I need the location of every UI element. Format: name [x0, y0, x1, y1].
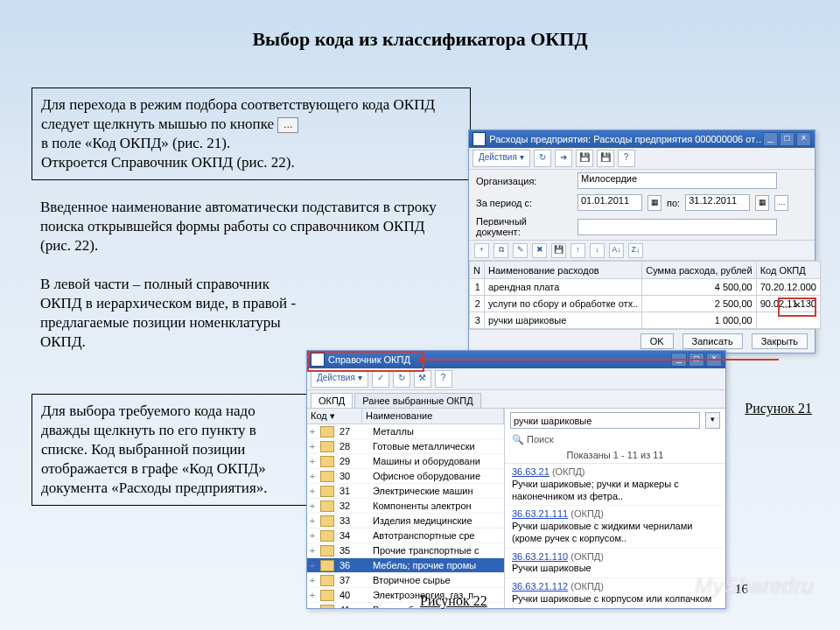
tree-item[interactable]: +31Электрические машин: [307, 484, 504, 499]
tree-col-name[interactable]: Наименование: [362, 409, 504, 424]
para-2: Введенное наименование автоматически под…: [32, 191, 452, 262]
search-input[interactable]: [510, 412, 700, 429]
refresh-icon[interactable]: ↻: [534, 150, 551, 167]
annotation-arrow: [420, 359, 779, 360]
tree-item[interactable]: +35Прочие транспортные с: [307, 543, 504, 558]
tabstrip: ОКПД Ранее выбранные ОКПД: [307, 390, 725, 409]
help-icon-2[interactable]: ?: [435, 370, 452, 388]
highlight-win2-title: [307, 351, 424, 372]
tree-item[interactable]: +37Вторичное сырье: [307, 573, 504, 588]
sort-desc-icon[interactable]: Z↓: [628, 243, 643, 258]
page-title: Выбор кода из классификатора ОКПД: [0, 0, 840, 60]
win1-footer: OK Записать Закрыть: [469, 329, 815, 353]
sort-asc-icon[interactable]: A↓: [609, 243, 624, 258]
ellipsis-button-inline: …: [277, 117, 298, 133]
win1-titlebar[interactable]: Расходы предприятия: Расходы предприятия…: [469, 130, 815, 148]
win1-toolbar: Действия ▾ ↻ ➜ 💾 💾 ?: [469, 148, 815, 170]
result-item[interactable]: 36.63.21.110 (ОКПД)Ручки шариковые: [505, 549, 725, 579]
para-1b: в поле «Код ОКПД» (рис. 21). Откроется С…: [41, 135, 295, 171]
period-label: За период с:: [476, 198, 572, 208]
actions-menu-2[interactable]: Действия ▾: [311, 370, 368, 388]
window-okpd-ref: Справочник ОКПД _ □ × Действия ▾ ✓ ↻ ⚒ ?…: [306, 350, 726, 609]
calendar-icon[interactable]: ▦: [648, 195, 662, 211]
table-row[interactable]: 1арендная плата4 500,0070.20.12.000: [470, 279, 821, 296]
tree-item[interactable]: +33Изделия медицинские: [307, 514, 504, 528]
col-okpd[interactable]: Код ОКПД: [756, 262, 820, 279]
down-icon[interactable]: ↓: [590, 243, 605, 258]
doc-input[interactable]: [578, 219, 777, 235]
period-to-label: по:: [667, 198, 680, 208]
tree-col-code[interactable]: Код ▾: [307, 409, 362, 424]
edit-row-icon[interactable]: ✎: [513, 243, 528, 258]
para-1: Для перехода в режим подбора соответству…: [32, 88, 471, 180]
watermark: MySharedru: [695, 574, 814, 598]
tree-item[interactable]: +30Офисное оборудование: [307, 469, 504, 484]
close-icon[interactable]: ×: [796, 132, 811, 146]
results-header: Показаны 1 - 11 из 11: [505, 447, 725, 463]
calendar-icon-2[interactable]: ▦: [755, 195, 769, 211]
search-dropdown-icon[interactable]: ▾: [705, 412, 720, 429]
add-row-icon[interactable]: +: [474, 243, 489, 258]
actions-menu[interactable]: Действия ▾: [472, 150, 530, 167]
help-icon[interactable]: ?: [618, 150, 635, 167]
ellipsis-button[interactable]: …: [774, 195, 788, 211]
save-row-icon[interactable]: 💾: [551, 243, 566, 258]
result-item[interactable]: 36.63.21 (ОКПД)Ручки шариковые; ручки и …: [505, 464, 725, 506]
caption-fig22: Рисунок 22: [420, 593, 487, 609]
refresh-icon-2[interactable]: ↻: [393, 370, 410, 388]
close-button[interactable]: Закрыть: [752, 333, 808, 349]
app-icon: [472, 132, 486, 146]
tree-pane: Код ▾ Наименование +27Металлы+28Готовые …: [307, 409, 505, 608]
col-n[interactable]: N: [470, 262, 485, 279]
delete-row-icon[interactable]: ✖: [532, 243, 547, 258]
minimize-icon[interactable]: _: [763, 132, 778, 146]
window-expenses: Расходы предприятия: Расходы предприятия…: [468, 130, 816, 354]
up-icon[interactable]: ↑: [570, 243, 585, 258]
select-icon[interactable]: ✓: [372, 370, 389, 388]
org-input[interactable]: Милосердие: [578, 172, 777, 189]
tab-recent-okpd[interactable]: Ранее выбранные ОКПД: [354, 393, 480, 408]
tree-item[interactable]: +34Автотранспортные сре: [307, 528, 504, 543]
grid-toolbar: + ⧉ ✎ ✖ 💾 ↑ ↓ A↓ Z↓: [469, 240, 815, 261]
col-sum[interactable]: Сумма расхода, рублей: [642, 262, 756, 279]
col-name[interactable]: Наименование расходов: [484, 262, 641, 279]
save-button[interactable]: Записать: [682, 333, 743, 349]
table-row[interactable]: 3ручки шариковые1 000,00: [470, 312, 821, 329]
caption-fig21: Рисунок 21: [745, 401, 812, 416]
tree-item[interactable]: +36Мебель; прочие промы: [307, 558, 504, 573]
win1-title: Расходы предприятия: Расходы предприятия…: [489, 130, 761, 148]
doc-label: Первичный документ:: [476, 216, 572, 237]
maximize-icon[interactable]: □: [780, 132, 794, 146]
saveclose-icon[interactable]: 💾: [597, 150, 614, 167]
date-to-input[interactable]: 31.12.2011: [685, 194, 750, 211]
result-item[interactable]: 36.63.21.111 (ОКПД)Ручки шариковые с жид…: [505, 506, 725, 548]
cell-ellipsis[interactable]: … ✕: [782, 300, 801, 310]
table-row[interactable]: 2услуги по сбору и обработке отх..2 500,…: [470, 296, 821, 312]
go-icon[interactable]: ➜: [555, 150, 572, 167]
date-from-input[interactable]: 01.01.2011: [578, 194, 642, 211]
para-4: Для выбора требуемого кода надо дважды щ…: [32, 394, 313, 506]
org-label: Организация:: [476, 176, 572, 186]
tab-okpd[interactable]: ОКПД: [311, 393, 353, 408]
expenses-grid[interactable]: N Наименование расходов Сумма расхода, р…: [469, 261, 821, 329]
ok-button[interactable]: OK: [640, 333, 674, 349]
tree-item[interactable]: +29Машины и оборудовани: [307, 454, 504, 469]
result-item[interactable]: 36.63.21.112 (ОКПД)Ручки шариковые с кор…: [505, 578, 725, 608]
copy-row-icon[interactable]: ⧉: [494, 243, 508, 258]
tools-icon[interactable]: ⚒: [414, 370, 431, 388]
tree-item[interactable]: +32Компоненты электрон: [307, 499, 504, 514]
tree-item[interactable]: +27Металлы: [307, 424, 504, 439]
tree-item[interactable]: +28Готовые металлически: [307, 439, 504, 454]
results-pane: ▾ 🔍 Поиск Показаны 1 - 11 из 11 36.63.21…: [505, 409, 725, 608]
para-1a: Для перехода в режим подбора соответству…: [41, 96, 435, 132]
search-link[interactable]: 🔍 Поиск: [505, 432, 725, 447]
para-3: В левой части – полный справочник ОКПД в…: [32, 268, 312, 359]
save-icon[interactable]: 💾: [576, 150, 593, 167]
